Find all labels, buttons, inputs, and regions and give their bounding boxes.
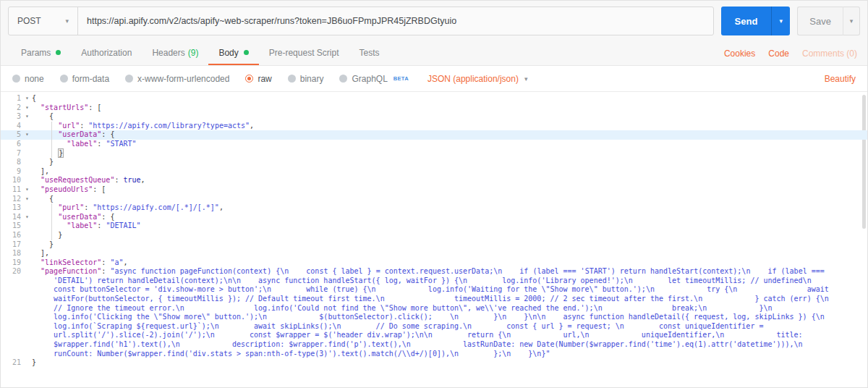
tab-headers[interactable]: Headers (9): [142, 41, 208, 65]
line-number: 2: [1, 104, 22, 113]
line-number: 14: [1, 213, 22, 222]
radio-icon: [12, 75, 20, 83]
code-line[interactable]: 19 "linkSelector": "a",: [1, 258, 867, 268]
indent-guide: [51, 203, 52, 213]
code-line[interactable]: 7 }: [1, 149, 867, 159]
radio-selected-icon: [245, 75, 253, 83]
tab-params[interactable]: Params: [11, 41, 71, 65]
headers-count: (9): [188, 48, 199, 58]
code-line[interactable]: 12▾ {: [1, 195, 867, 204]
send-button[interactable]: Send: [721, 7, 772, 35]
line-number: 19: [1, 258, 22, 268]
fold-gutter-spacer: [22, 231, 32, 240]
code-editor[interactable]: 1▾{2▾ "startUrls": [3▾ {4 "url": "https:…: [1, 92, 867, 388]
code-line[interactable]: 13 "purl": "https://apify.com/[.*]/[.*]"…: [1, 203, 867, 213]
line-number: 13: [1, 203, 22, 213]
code-link[interactable]: Code: [768, 48, 789, 59]
fold-arrow-icon[interactable]: ▾: [22, 112, 32, 122]
bodytype-graphql[interactable]: GraphQL BETA: [339, 74, 408, 84]
tab-label: Headers: [152, 48, 184, 58]
code-line[interactable]: 6 "label": "START": [1, 140, 867, 149]
bodytype-x-www-form-urlencoded[interactable]: x-www-form-urlencoded: [125, 74, 229, 84]
code-line[interactable]: 14▾ "userData": {: [1, 213, 867, 222]
save-options-caret[interactable]: ▾: [843, 7, 860, 35]
code-line[interactable]: 1▾{: [1, 94, 867, 104]
line-number: 3: [1, 112, 22, 122]
code-text: }: [32, 358, 867, 368]
comments-link[interactable]: Comments (0): [802, 48, 857, 59]
send-label: Send: [735, 16, 758, 27]
line-number: 16: [1, 231, 22, 240]
code-text: }: [32, 149, 867, 159]
line-number: 10: [1, 176, 22, 185]
beautify-link[interactable]: Beautify: [825, 74, 856, 84]
code-text: ],: [32, 167, 867, 177]
code-line[interactable]: 8 }: [1, 158, 867, 167]
fold-arrow-icon[interactable]: ▾: [22, 104, 32, 113]
indent-guide: [51, 122, 52, 131]
code-text: "startUrls": [: [32, 104, 867, 113]
tab-label: Authorization: [81, 48, 132, 58]
fold-gutter-spacer: [22, 149, 32, 159]
postman-request-window: POST ▾ https://api.apify.com/v2/acts/api…: [0, 0, 868, 388]
indent-guide: [51, 149, 52, 159]
option-label: none: [25, 74, 44, 84]
line-number: 5: [1, 130, 22, 140]
bodytype-raw[interactable]: raw: [245, 74, 271, 84]
line-number: 12: [1, 195, 22, 204]
code-line[interactable]: 10 "useRequestQueue": true,: [1, 176, 867, 185]
code-line[interactable]: 2▾ "startUrls": [: [1, 104, 867, 113]
code-text: }: [32, 158, 867, 167]
line-number: 4: [1, 122, 22, 131]
cookies-link[interactable]: Cookies: [724, 48, 755, 59]
fold-arrow-icon[interactable]: ▾: [22, 94, 32, 104]
fold-arrow-icon[interactable]: ▾: [22, 130, 32, 140]
indent-guide: [51, 130, 52, 140]
tab-authorization[interactable]: Authorization: [71, 41, 142, 65]
fold-arrow-icon[interactable]: ▾: [22, 213, 32, 222]
send-options-caret[interactable]: ▾: [771, 7, 790, 35]
chevron-down-icon: ▾: [524, 75, 528, 83]
method-select[interactable]: POST ▾: [9, 7, 78, 35]
request-tabs: Params Authorization Headers (9) Body Pr…: [1, 41, 867, 66]
save-button[interactable]: Save: [797, 7, 843, 35]
tab-tests[interactable]: Tests: [349, 41, 389, 65]
indent-guide: [51, 140, 52, 149]
code-line[interactable]: 4 "url": "https://apify.com/library?type…: [1, 122, 867, 131]
content-type-select[interactable]: JSON (application/json) ▾: [427, 74, 528, 84]
fold-arrow-icon[interactable]: ▾: [22, 185, 32, 195]
code-line[interactable]: 5▾ "userData": {: [1, 130, 867, 140]
fold-gutter-spacer: [22, 258, 32, 268]
green-dot-icon: [244, 50, 249, 55]
bodytype-none[interactable]: none: [12, 74, 44, 84]
code-text: "pageFunction": "async function pageFunc…: [32, 267, 867, 358]
code-text: ],: [32, 249, 867, 258]
green-dot-icon: [56, 50, 61, 55]
bodytype-form-data[interactable]: form-data: [60, 74, 109, 84]
code-line[interactable]: 17 }: [1, 240, 867, 250]
indent-guide: [51, 222, 52, 231]
code-line[interactable]: 9 ],: [1, 167, 867, 177]
radio-icon: [339, 75, 347, 83]
tab-body[interactable]: Body: [208, 41, 258, 65]
url-input[interactable]: https://api.apify.com/v2/acts/apify~web-…: [78, 7, 713, 35]
code-line[interactable]: 11▾ "pseudoUrls": [: [1, 185, 867, 195]
radio-icon: [288, 75, 296, 83]
tab-pre-request-script[interactable]: Pre-request Script: [259, 41, 349, 65]
line-number: 8: [1, 158, 22, 167]
code-line[interactable]: 18 ],: [1, 249, 867, 258]
code-line[interactable]: 3▾ {: [1, 112, 867, 122]
code-line[interactable]: 16 }: [1, 231, 867, 240]
line-number: 15: [1, 222, 22, 231]
line-number: 9: [1, 167, 22, 177]
code-line[interactable]: 21}: [1, 358, 867, 368]
code-line[interactable]: 15 "label": "DETAIL": [1, 222, 867, 231]
code-line[interactable]: 20 "pageFunction": "async function pageF…: [1, 267, 867, 358]
fold-arrow-icon[interactable]: ▾: [22, 195, 32, 204]
bodytype-binary[interactable]: binary: [288, 74, 324, 84]
line-number: 1: [1, 94, 22, 104]
tab-label: Tests: [359, 48, 379, 58]
code-text: {: [32, 94, 867, 104]
fold-gutter-spacer: [22, 267, 32, 358]
line-number: 6: [1, 140, 22, 149]
